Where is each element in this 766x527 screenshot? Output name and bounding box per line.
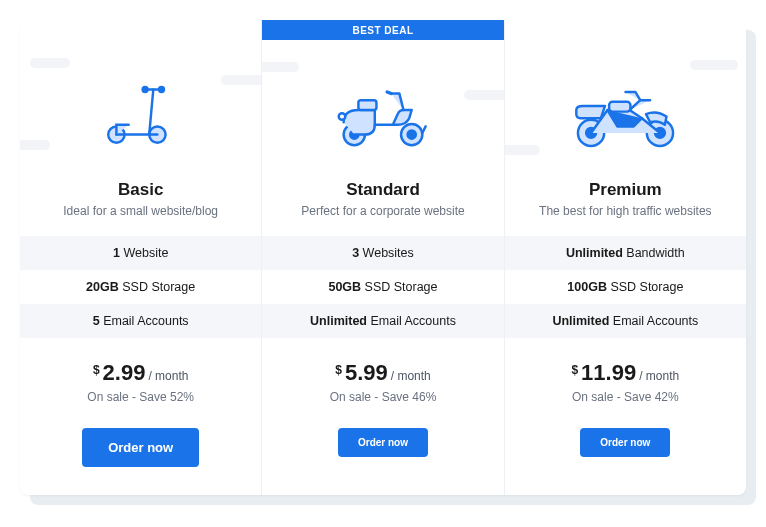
pricing-card: Basic Ideal for a small website/blog 1 W…	[20, 20, 746, 495]
feature-item: 3 Websites	[262, 236, 503, 270]
plan-icon-area	[20, 40, 261, 180]
plan-badge	[20, 20, 261, 40]
plan-badge: BEST DEAL	[262, 20, 503, 40]
plan-basic: Basic Ideal for a small website/blog 1 W…	[20, 20, 261, 495]
plan-standard: BEST DEAL	[261, 20, 503, 495]
plan-tagline: The best for high traffic websites	[517, 204, 734, 218]
svg-rect-8	[358, 100, 376, 110]
feature-item: Unlimited Email Accounts	[262, 304, 503, 338]
svg-point-7	[408, 131, 416, 139]
feature-item: Unlimited Bandwidth	[505, 236, 746, 270]
plan-premium: Premium The best for high traffic websit…	[504, 20, 746, 495]
plan-name: Standard	[274, 180, 491, 200]
moped-icon	[333, 69, 433, 151]
plan-name: Basic	[32, 180, 249, 200]
feature-item: 50GB SSD Storage	[262, 270, 503, 304]
plan-icon-area	[505, 40, 746, 180]
price: $ 5.99 / month	[262, 360, 503, 386]
order-button[interactable]: Order now	[82, 428, 199, 467]
order-button[interactable]: Order now	[338, 428, 428, 457]
svg-point-2	[142, 87, 147, 92]
price: $ 2.99 / month	[20, 360, 261, 386]
feature-item: 20GB SSD Storage	[20, 270, 261, 304]
svg-point-9	[339, 113, 346, 120]
plan-badge	[505, 20, 746, 40]
scooter-icon	[100, 69, 182, 151]
plan-tagline: Perfect for a corporate website	[274, 204, 491, 218]
feature-item: 100GB SSD Storage	[505, 270, 746, 304]
sale-text: On sale - Save 46%	[262, 390, 503, 404]
sale-text: On sale - Save 42%	[505, 390, 746, 404]
price: $ 11.99 / month	[505, 360, 746, 386]
sale-text: On sale - Save 52%	[20, 390, 261, 404]
order-button[interactable]: Order now	[580, 428, 670, 457]
svg-rect-14	[609, 102, 630, 112]
feature-item: 1 Website	[20, 236, 261, 270]
feature-item: 5 Email Accounts	[20, 304, 261, 338]
plan-name: Premium	[517, 180, 734, 200]
feature-item: Unlimited Email Accounts	[505, 304, 746, 338]
svg-point-3	[159, 87, 164, 92]
motorcycle-icon	[568, 69, 683, 151]
plan-tagline: Ideal for a small website/blog	[32, 204, 249, 218]
plan-icon-area	[262, 40, 503, 180]
